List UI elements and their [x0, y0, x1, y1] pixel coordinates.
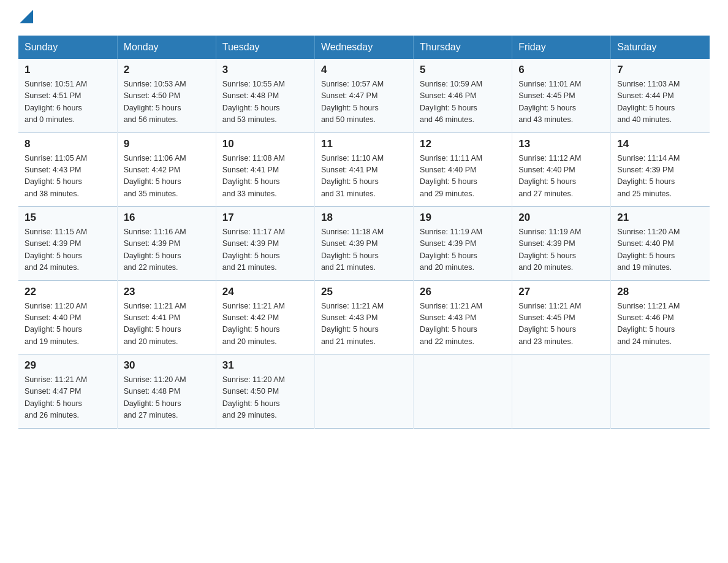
calendar-day-cell: 20Sunrise: 11:19 AMSunset: 4:39 PMDaylig…: [512, 207, 611, 281]
calendar-day-cell: 29Sunrise: 11:21 AMSunset: 4:47 PMDaylig…: [18, 354, 117, 429]
header: [18, 12, 710, 23]
day-number: 24: [222, 286, 308, 298]
day-number: 17: [222, 212, 308, 224]
calendar-day-cell: 6Sunrise: 11:01 AMSunset: 4:45 PMDayligh…: [512, 59, 611, 132]
day-number: 21: [617, 212, 703, 224]
calendar-day-cell: 21Sunrise: 11:20 AMSunset: 4:40 PMDaylig…: [611, 207, 710, 281]
calendar-week-row: 8Sunrise: 11:05 AMSunset: 4:43 PMDayligh…: [18, 132, 710, 207]
header-row: SundayMondayTuesdayWednesdayThursdayFrid…: [18, 36, 710, 59]
day-info: Sunrise: 11:12 AMSunset: 4:40 PMDaylight…: [518, 153, 604, 201]
calendar-day-cell: 17Sunrise: 11:17 AMSunset: 4:39 PMDaylig…: [216, 207, 314, 281]
day-number: 31: [222, 359, 308, 372]
day-number: 11: [321, 138, 407, 150]
day-info: Sunrise: 11:10 AMSunset: 4:41 PMDaylight…: [321, 153, 407, 201]
day-info: Sunrise: 11:21 AMSunset: 4:47 PMDaylight…: [25, 374, 111, 422]
day-number: 7: [617, 64, 703, 76]
calendar-day-cell: 1Sunrise: 10:51 AMSunset: 4:51 PMDayligh…: [18, 59, 117, 132]
header-sunday: Sunday: [18, 36, 117, 59]
calendar-day-cell: 30Sunrise: 11:20 AMSunset: 4:48 PMDaylig…: [117, 354, 216, 429]
day-info: Sunrise: 11:01 AMSunset: 4:45 PMDaylight…: [518, 79, 604, 126]
day-number: 26: [420, 286, 506, 298]
day-number: 28: [617, 286, 703, 298]
calendar-day-cell: [512, 354, 611, 429]
day-info: Sunrise: 11:21 AMSunset: 4:43 PMDaylight…: [420, 301, 506, 348]
day-number: 5: [420, 64, 506, 76]
calendar-week-row: 22Sunrise: 11:20 AMSunset: 4:40 PMDaylig…: [18, 280, 710, 354]
day-number: 9: [124, 138, 210, 150]
calendar-day-cell: 12Sunrise: 11:11 AMSunset: 4:40 PMDaylig…: [414, 132, 512, 207]
calendar-day-cell: 31Sunrise: 11:20 AMSunset: 4:50 PMDaylig…: [216, 354, 314, 429]
day-info: Sunrise: 11:20 AMSunset: 4:40 PMDaylight…: [617, 226, 703, 274]
calendar-day-cell: 15Sunrise: 11:15 AMSunset: 4:39 PMDaylig…: [18, 207, 117, 281]
calendar-day-cell: 19Sunrise: 11:19 AMSunset: 4:39 PMDaylig…: [414, 207, 512, 281]
day-info: Sunrise: 11:21 AMSunset: 4:46 PMDaylight…: [617, 301, 703, 348]
calendar-day-cell: 24Sunrise: 11:21 AMSunset: 4:42 PMDaylig…: [216, 280, 314, 354]
day-number: 10: [222, 138, 308, 150]
calendar-day-cell: 26Sunrise: 11:21 AMSunset: 4:43 PMDaylig…: [414, 280, 512, 354]
calendar-day-cell: 2Sunrise: 10:53 AMSunset: 4:50 PMDayligh…: [117, 59, 216, 132]
logo: [18, 12, 33, 23]
day-info: Sunrise: 11:11 AMSunset: 4:40 PMDaylight…: [420, 153, 506, 201]
day-info: Sunrise: 10:59 AMSunset: 4:46 PMDaylight…: [420, 79, 506, 126]
day-info: Sunrise: 11:18 AMSunset: 4:39 PMDaylight…: [321, 226, 407, 274]
day-info: Sunrise: 11:21 AMSunset: 4:43 PMDaylight…: [321, 301, 407, 348]
day-info: Sunrise: 11:20 AMSunset: 4:40 PMDaylight…: [25, 301, 111, 348]
day-info: Sunrise: 11:06 AMSunset: 4:42 PMDaylight…: [124, 153, 210, 201]
day-info: Sunrise: 11:21 AMSunset: 4:42 PMDaylight…: [222, 301, 308, 348]
calendar-day-cell: 25Sunrise: 11:21 AMSunset: 4:43 PMDaylig…: [314, 280, 413, 354]
calendar-day-cell: 10Sunrise: 11:08 AMSunset: 4:41 PMDaylig…: [216, 132, 314, 207]
calendar-day-cell: 11Sunrise: 11:10 AMSunset: 4:41 PMDaylig…: [314, 132, 413, 207]
day-info: Sunrise: 11:14 AMSunset: 4:39 PMDaylight…: [617, 153, 703, 201]
day-info: Sunrise: 10:57 AMSunset: 4:47 PMDaylight…: [321, 79, 407, 126]
calendar-day-cell: 13Sunrise: 11:12 AMSunset: 4:40 PMDaylig…: [512, 132, 611, 207]
day-number: 15: [25, 212, 111, 224]
day-info: Sunrise: 11:19 AMSunset: 4:39 PMDaylight…: [518, 226, 604, 274]
calendar-day-cell: 16Sunrise: 11:16 AMSunset: 4:39 PMDaylig…: [117, 207, 216, 281]
calendar-day-cell: 22Sunrise: 11:20 AMSunset: 4:40 PMDaylig…: [18, 280, 117, 354]
day-info: Sunrise: 11:05 AMSunset: 4:43 PMDaylight…: [25, 153, 111, 201]
day-number: 30: [124, 359, 210, 372]
day-number: 3: [222, 64, 308, 76]
day-info: Sunrise: 11:03 AMSunset: 4:44 PMDaylight…: [617, 79, 703, 126]
calendar-body: 1Sunrise: 10:51 AMSunset: 4:51 PMDayligh…: [18, 59, 710, 428]
day-info: Sunrise: 10:51 AMSunset: 4:51 PMDaylight…: [25, 79, 111, 126]
calendar-day-cell: 8Sunrise: 11:05 AMSunset: 4:43 PMDayligh…: [18, 132, 117, 207]
day-number: 2: [124, 64, 210, 76]
calendar-day-cell: 4Sunrise: 10:57 AMSunset: 4:47 PMDayligh…: [314, 59, 413, 132]
day-number: 13: [518, 138, 604, 150]
day-number: 23: [124, 286, 210, 298]
header-wednesday: Wednesday: [314, 36, 413, 59]
day-info: Sunrise: 11:21 AMSunset: 4:45 PMDaylight…: [518, 301, 604, 348]
header-friday: Friday: [512, 36, 611, 59]
calendar-day-cell: 27Sunrise: 11:21 AMSunset: 4:45 PMDaylig…: [512, 280, 611, 354]
day-number: 20: [518, 212, 604, 224]
header-thursday: Thursday: [414, 36, 512, 59]
day-number: 25: [321, 286, 407, 298]
calendar-day-cell: 3Sunrise: 10:55 AMSunset: 4:48 PMDayligh…: [216, 59, 314, 132]
calendar-day-cell: 9Sunrise: 11:06 AMSunset: 4:42 PMDayligh…: [117, 132, 216, 207]
day-info: Sunrise: 11:17 AMSunset: 4:39 PMDaylight…: [222, 226, 308, 274]
day-number: 1: [25, 64, 111, 76]
day-info: Sunrise: 10:53 AMSunset: 4:50 PMDaylight…: [124, 79, 210, 126]
day-number: 8: [25, 138, 111, 150]
calendar-week-row: 29Sunrise: 11:21 AMSunset: 4:47 PMDaylig…: [18, 354, 710, 429]
day-number: 29: [25, 359, 111, 372]
day-info: Sunrise: 11:20 AMSunset: 4:50 PMDaylight…: [222, 374, 308, 422]
calendar-day-cell: 18Sunrise: 11:18 AMSunset: 4:39 PMDaylig…: [314, 207, 413, 281]
day-info: Sunrise: 11:20 AMSunset: 4:48 PMDaylight…: [124, 374, 210, 422]
day-info: Sunrise: 11:16 AMSunset: 4:39 PMDaylight…: [124, 226, 210, 274]
calendar-day-cell: 28Sunrise: 11:21 AMSunset: 4:46 PMDaylig…: [611, 280, 710, 354]
calendar-day-cell: [414, 354, 512, 429]
day-number: 4: [321, 64, 407, 76]
calendar-day-cell: [611, 354, 710, 429]
calendar-day-cell: 5Sunrise: 10:59 AMSunset: 4:46 PMDayligh…: [414, 59, 512, 132]
day-number: 12: [420, 138, 506, 150]
day-number: 18: [321, 212, 407, 224]
day-info: Sunrise: 11:15 AMSunset: 4:39 PMDaylight…: [25, 226, 111, 274]
calendar-day-cell: 7Sunrise: 11:03 AMSunset: 4:44 PMDayligh…: [611, 59, 710, 132]
calendar-week-row: 15Sunrise: 11:15 AMSunset: 4:39 PMDaylig…: [18, 207, 710, 281]
day-number: 19: [420, 212, 506, 224]
day-info: Sunrise: 11:19 AMSunset: 4:39 PMDaylight…: [420, 226, 506, 274]
logo-arrow-icon: [20, 10, 33, 23]
day-number: 27: [518, 286, 604, 298]
